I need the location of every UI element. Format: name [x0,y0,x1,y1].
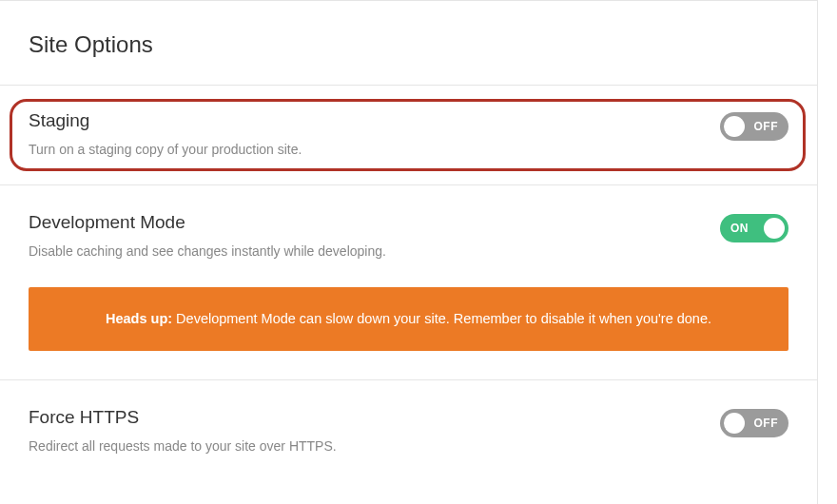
alert-bold-text: Heads up: [106,311,172,326]
toggle-knob-icon [724,413,745,434]
force-https-toggle[interactable]: OFF [720,409,788,437]
page-header: Site Options [0,0,817,86]
toggle-knob-icon [764,218,785,239]
force-https-toggle-label: OFF [754,417,779,430]
development-description: Disable caching and see changes instantl… [29,242,720,262]
development-toggle[interactable]: ON [720,214,788,242]
force-https-title: Force HTTPS [29,407,720,428]
development-toggle-label: ON [730,222,749,235]
staging-section: Staging Turn on a staging copy of your p… [0,86,817,185]
toggle-knob-icon [724,116,745,137]
page-title: Site Options [29,31,788,58]
staging-toggle-label: OFF [754,120,779,133]
development-section: Development Mode Disable caching and see… [0,185,817,381]
staging-toggle[interactable]: OFF [720,112,788,141]
development-title: Development Mode [29,212,720,233]
staging-title: Staging [29,110,720,131]
alert-text: Development Mode can slow down your site… [172,311,711,326]
force-https-section: Force HTTPS Redirect all requests made t… [0,380,817,504]
staging-description: Turn on a staging copy of your productio… [29,141,720,160]
development-alert: Heads up: Development Mode can slow down… [29,287,788,351]
force-https-description: Redirect all requests made to your site … [29,437,720,456]
